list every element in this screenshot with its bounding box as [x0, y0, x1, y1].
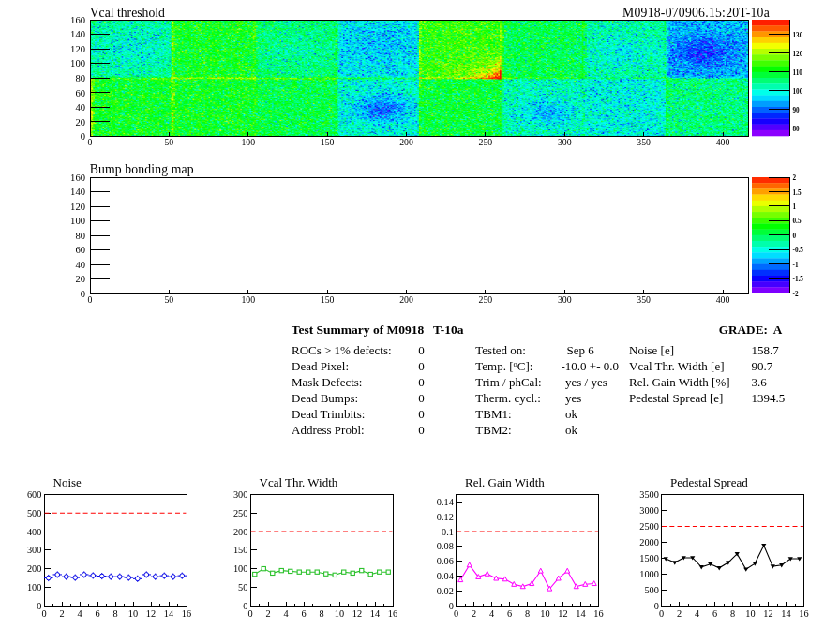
svg-text:Vcal threshold: Vcal threshold: [90, 6, 165, 20]
svg-text:Trim / phCal:: Trim / phCal:: [475, 375, 541, 389]
svg-text:110: 110: [793, 69, 803, 77]
svg-text:600: 600: [27, 489, 41, 500]
svg-text:300: 300: [558, 137, 572, 147]
svg-text:1000: 1000: [639, 569, 659, 579]
svg-text:ROCs > 1% defects:: ROCs > 1% defects:: [292, 343, 392, 357]
svg-text:4: 4: [283, 608, 288, 619]
svg-text:Dead Pixel:: Dead Pixel:: [292, 359, 349, 373]
svg-text:160: 160: [70, 15, 85, 25]
svg-text:400: 400: [27, 527, 41, 537]
svg-text:Pedestal Spread [e]: Pedestal Spread [e]: [629, 391, 723, 405]
svg-text:Rel. Gain Width [%]: Rel. Gain Width [%]: [629, 375, 730, 389]
svg-text:0: 0: [418, 375, 425, 389]
svg-text:100: 100: [241, 294, 255, 305]
svg-text:-2: -2: [793, 291, 799, 298]
svg-text:10: 10: [540, 608, 549, 619]
svg-text:0: 0: [81, 289, 85, 299]
svg-text:Sep 6: Sep 6: [567, 343, 595, 357]
svg-text:Mask Defects:: Mask Defects:: [292, 375, 362, 389]
svg-text:160: 160: [70, 172, 85, 183]
svg-text:0: 0: [418, 407, 425, 421]
svg-text:12: 12: [558, 608, 567, 619]
svg-text:14: 14: [164, 608, 173, 619]
svg-text:Address Probl:: Address Probl:: [292, 423, 365, 437]
svg-text:-10.0 +- 0.0: -10.0 +- 0.0: [562, 359, 620, 373]
svg-text:40: 40: [75, 102, 85, 112]
svg-text:0: 0: [418, 423, 425, 437]
svg-text:200: 200: [399, 294, 413, 305]
svg-text:0: 0: [454, 608, 458, 619]
svg-text:0.06: 0.06: [437, 556, 454, 566]
svg-text:140: 140: [70, 29, 85, 39]
svg-text:0: 0: [88, 294, 93, 305]
svg-text:8: 8: [319, 608, 323, 619]
svg-text:0.02: 0.02: [437, 586, 454, 596]
svg-text:250: 250: [479, 294, 493, 305]
svg-text:6: 6: [301, 608, 306, 619]
svg-text:250: 250: [479, 137, 493, 147]
svg-text:90: 90: [793, 107, 801, 114]
svg-text:Noise [e]: Noise [e]: [629, 343, 674, 357]
svg-text:350: 350: [637, 294, 651, 305]
svg-text:300: 300: [27, 545, 41, 555]
svg-text:100: 100: [70, 216, 85, 226]
svg-text:14: 14: [370, 608, 380, 619]
svg-text:2: 2: [265, 608, 270, 619]
svg-text:50: 50: [238, 582, 248, 592]
svg-text:0: 0: [418, 343, 425, 357]
svg-text:-1: -1: [793, 262, 799, 269]
svg-text:14: 14: [576, 608, 585, 619]
svg-text:8: 8: [112, 608, 117, 619]
svg-text:M0918-070906.15:20T-10a: M0918-070906.15:20T-10a: [622, 6, 770, 20]
svg-text:0: 0: [81, 131, 85, 142]
svg-text:10: 10: [745, 608, 755, 619]
svg-text:300: 300: [233, 489, 248, 500]
svg-text:ok: ok: [565, 407, 578, 421]
svg-text:ok: ok: [565, 423, 578, 437]
svg-text:8: 8: [730, 608, 735, 619]
svg-text:200: 200: [399, 137, 413, 147]
svg-text:0.08: 0.08: [437, 541, 454, 551]
svg-text:80: 80: [75, 231, 85, 241]
svg-text:Temp. [oC]:: Temp. [oC]:: [475, 359, 532, 373]
svg-text:8: 8: [525, 608, 530, 619]
svg-text:Test Summary of M0918: Test Summary of M0918: [292, 322, 425, 337]
svg-text:4: 4: [489, 608, 494, 619]
svg-text:100: 100: [793, 88, 803, 96]
svg-text:90.7: 90.7: [752, 359, 773, 373]
svg-text:Therm. cycl.:: Therm. cycl.:: [475, 391, 541, 405]
svg-text:2: 2: [677, 608, 682, 619]
svg-text:0: 0: [418, 359, 425, 373]
svg-text:0.12: 0.12: [437, 512, 454, 522]
svg-text:80: 80: [793, 126, 801, 133]
svg-text:Bump bonding map: Bump bonding map: [90, 162, 194, 176]
svg-text:150: 150: [233, 545, 248, 555]
svg-text:0: 0: [418, 391, 425, 405]
svg-text:3500: 3500: [639, 489, 659, 500]
svg-text:16: 16: [182, 608, 191, 619]
svg-text:150: 150: [321, 137, 335, 147]
svg-text:Vcal Thr. Width: Vcal Thr. Width: [260, 475, 338, 489]
svg-text:T-10a: T-10a: [433, 322, 464, 337]
svg-text:12: 12: [146, 608, 156, 619]
svg-text:0.1: 0.1: [442, 527, 454, 537]
svg-text:350: 350: [637, 137, 651, 147]
svg-text:400: 400: [716, 294, 730, 305]
svg-text:10: 10: [128, 608, 138, 619]
svg-text:4: 4: [77, 608, 82, 619]
svg-text:120: 120: [70, 44, 85, 54]
svg-text:Rel. Gain Width: Rel. Gain Width: [465, 475, 545, 489]
svg-text:200: 200: [233, 527, 248, 537]
svg-text:0.14: 0.14: [437, 497, 454, 507]
svg-text:40: 40: [75, 260, 85, 270]
svg-text:2: 2: [59, 608, 64, 619]
svg-text:TBM2:: TBM2:: [475, 423, 511, 437]
svg-text:TBM1:: TBM1:: [475, 407, 511, 421]
svg-text:60: 60: [75, 245, 85, 255]
svg-text:0: 0: [659, 608, 664, 619]
svg-text:120: 120: [793, 51, 803, 58]
svg-text:100: 100: [70, 58, 85, 68]
svg-text:Tested on:: Tested on:: [475, 343, 526, 357]
svg-text:150: 150: [321, 294, 335, 305]
svg-text:0: 0: [88, 137, 93, 147]
